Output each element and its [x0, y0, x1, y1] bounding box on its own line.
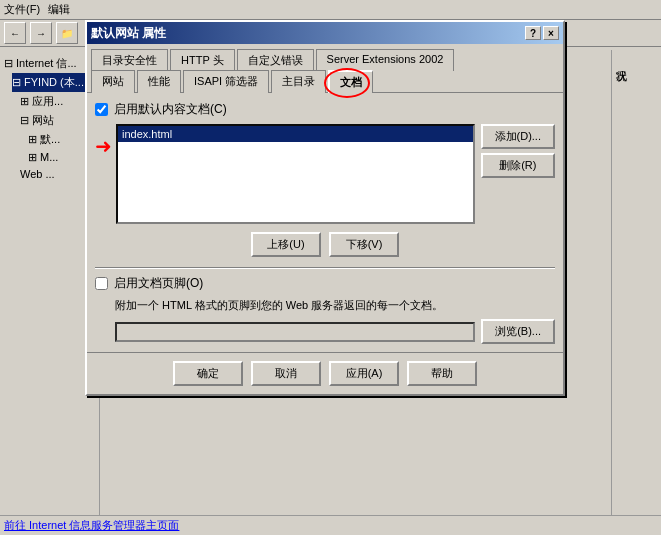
content-listbox[interactable]: index.html — [116, 124, 475, 224]
dialog-title: 默认网站 属性 — [91, 25, 166, 42]
dialog-body: 启用默认内容文档(C) ➜ index.html 添加(D)... 删除(R) — [87, 92, 563, 352]
tree-item-app[interactable]: ⊞ 应用... — [20, 92, 95, 111]
add-button[interactable]: 添加(D)... — [481, 124, 555, 149]
tab-website[interactable]: 网站 — [91, 70, 135, 93]
status-link[interactable]: 前往 Internet 信息服务管理器主页面 — [4, 518, 179, 533]
footer-section: 启用文档页脚(O) 附加一个 HTML 格式的页脚到您的 Web 服务器返回的每… — [95, 275, 555, 344]
tree-expand-internet: ⊟ — [4, 57, 13, 69]
tab-custom-errors[interactable]: 自定义错误 — [237, 49, 314, 71]
tab-performance[interactable]: 性能 — [137, 70, 181, 93]
tree-item-web[interactable]: Web ... — [20, 166, 95, 182]
right-status-panel: 状况 — [611, 50, 661, 515]
enable-footer-checkbox-row: 启用文档页脚(O) — [95, 275, 555, 292]
dialog-tabs-row2: 网站 性能 ISAPI 筛选器 主目录 文档 — [87, 69, 563, 92]
dialog-window: 默认网站 属性 ? × 目录安全性 HTTP 头 自定义错误 Server Ex… — [85, 20, 565, 396]
tab-isapi-filter[interactable]: ISAPI 筛选器 — [183, 70, 269, 93]
tree-expand-website: ⊟ — [20, 114, 29, 126]
arrow-annotation: ➜ — [95, 134, 112, 158]
enable-default-checkbox-row: 启用默认内容文档(C) — [95, 101, 555, 118]
enable-footer-label: 启用文档页脚(O) — [114, 275, 203, 292]
tree-expand-m: ⊞ — [28, 151, 37, 163]
apply-button[interactable]: 应用(A) — [329, 361, 399, 386]
tab-http-headers[interactable]: HTTP 头 — [170, 49, 235, 71]
move-down-button[interactable]: 下移(V) — [329, 232, 399, 257]
folder-button[interactable]: 📁 — [56, 22, 78, 44]
tab-home-directory[interactable]: 主目录 — [271, 70, 326, 93]
main-area: 文件(F) 编辑 ← → 📁 ⊟ Internet 信... ⊟ FYIND (… — [0, 28, 661, 535]
remove-button[interactable]: 删除(R) — [481, 153, 555, 178]
divider — [95, 267, 555, 269]
tab-documents[interactable]: 文档 — [328, 70, 373, 93]
tab-directory-security[interactable]: 目录安全性 — [91, 49, 168, 71]
tree-expand-app: ⊞ — [20, 95, 29, 107]
dialog-tabs: 目录安全性 HTTP 头 自定义错误 Server Extensions 200… — [87, 44, 563, 70]
dialog-titlebar: 默认网站 属性 ? × — [87, 22, 563, 44]
tree-expand-fyind: ⊟ — [12, 76, 21, 88]
footer-path-input[interactable] — [115, 322, 475, 342]
dialog-controls: ? × — [525, 26, 559, 40]
dialog-help-button[interactable]: ? — [525, 26, 541, 40]
tab-server-extensions[interactable]: Server Extensions 2002 — [316, 49, 455, 71]
content-list-area: ➜ index.html 添加(D)... 删除(R) — [95, 124, 555, 224]
ok-button[interactable]: 确定 — [173, 361, 243, 386]
move-up-button[interactable]: 上移(U) — [251, 232, 321, 257]
dialog-title-text: 默认网站 属性 — [91, 25, 166, 42]
tree-item-fyind[interactable]: ⊟ FYIND (本... — [12, 73, 95, 92]
forward-button[interactable]: → — [30, 22, 52, 44]
footer-description: 附加一个 HTML 格式的页脚到您的 Web 服务器返回的每一个文档。 — [115, 298, 555, 313]
tree-expand-default: ⊞ — [28, 133, 37, 145]
enable-footer-checkbox[interactable] — [95, 277, 108, 290]
ie-menu-bar: 文件(F) 编辑 — [0, 0, 661, 20]
bottom-status-bar: 前往 Internet 信息服务管理器主页面 — [0, 515, 661, 535]
tree-item-website[interactable]: ⊟ 网站 — [20, 111, 95, 130]
footer-input-row: 浏览(B)... — [115, 319, 555, 344]
tree-item-internet[interactable]: ⊟ Internet 信... — [4, 54, 95, 73]
cancel-button[interactable]: 取消 — [251, 361, 321, 386]
file-menu[interactable]: 文件(F) — [4, 2, 40, 17]
dialog-actions: 确定 取消 应用(A) 帮助 — [87, 352, 563, 394]
enable-default-label: 启用默认内容文档(C) — [114, 101, 227, 118]
dialog-close-button[interactable]: × — [543, 26, 559, 40]
move-buttons: 上移(U) 下移(V) — [95, 232, 555, 257]
back-button[interactable]: ← — [4, 22, 26, 44]
help-button[interactable]: 帮助 — [407, 361, 477, 386]
listbox-item-index[interactable]: index.html — [118, 126, 473, 142]
edit-menu[interactable]: 编辑 — [48, 2, 70, 17]
enable-default-checkbox[interactable] — [95, 103, 108, 116]
list-action-buttons: 添加(D)... 删除(R) — [481, 124, 555, 224]
browse-button[interactable]: 浏览(B)... — [481, 319, 555, 344]
